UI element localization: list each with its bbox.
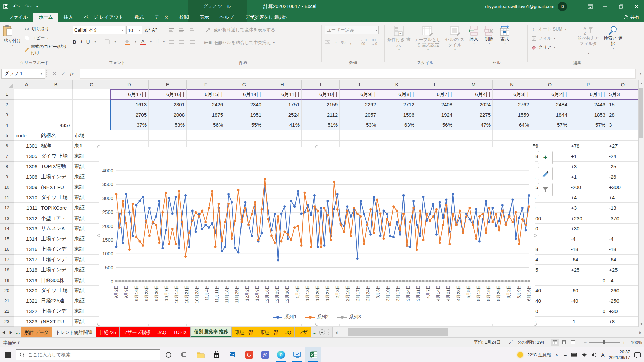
confirm-entry-icon[interactable]: ✓	[61, 71, 66, 77]
number-dialog-launcher[interactable]	[379, 61, 382, 65]
cell-N4[interactable]: 64%	[493, 120, 531, 131]
cell-K5[interactable]	[378, 130, 416, 141]
conditional-formatting-button[interactable]: ≠ 条件付き 書式▾	[387, 25, 411, 51]
cell-styles-button[interactable]: セルの スタイル▾	[444, 25, 465, 51]
cell-B2[interactable]	[39, 100, 73, 110]
font-dialog-launcher[interactable]	[159, 61, 163, 65]
formula-bar-expand-icon[interactable]: ▾	[637, 67, 644, 80]
save-icon[interactable]	[3, 4, 8, 9]
cell-N1[interactable]: 6月3日	[493, 89, 531, 100]
format-as-table-button[interactable]: テーブルとして 書式設定▾	[414, 25, 441, 51]
cell-P1[interactable]: 6月1日	[569, 89, 607, 100]
cell-O1[interactable]: 6月2日	[531, 89, 569, 100]
volume-icon[interactable]	[591, 353, 597, 357]
chart-styles-button[interactable]	[538, 167, 553, 180]
column-header-A[interactable]: A	[14, 80, 39, 89]
clock[interactable]: 20:37 2021/06/17	[609, 349, 630, 361]
cell-P19[interactable]: 0	[569, 275, 607, 286]
cell-B5[interactable]: 銘柄名	[39, 130, 73, 141]
horizontal-scrollbar[interactable]: ◀ ▶	[332, 327, 644, 337]
cell-Q11[interactable]: +4	[607, 192, 638, 203]
cell-G5[interactable]	[225, 130, 263, 141]
notification-center-icon[interactable]	[634, 352, 641, 357]
horizontal-scroll-thumb[interactable]	[348, 328, 448, 336]
select-all-corner[interactable]	[0, 80, 14, 89]
chart-handle-top-left[interactable]	[97, 145, 100, 148]
cell-A12[interactable]: 1311	[14, 203, 39, 213]
cell-C2[interactable]	[73, 100, 110, 110]
cell-H1[interactable]: 6月11日	[263, 89, 302, 100]
cell-I2[interactable]: 2159	[302, 100, 340, 110]
cell-J4[interactable]: 53%	[340, 120, 378, 131]
cell-K4[interactable]: 63%	[378, 120, 416, 131]
cell-N2[interactable]: 2762	[493, 100, 531, 110]
share-button[interactable]: 共有	[624, 13, 639, 22]
paste-button[interactable]: 貼り付け▾	[3, 25, 22, 47]
clipboard-dialog-launcher[interactable]	[63, 61, 67, 65]
cell-H3[interactable]: 2524	[263, 110, 302, 120]
page-layout-view-button[interactable]	[560, 339, 568, 346]
cell-A4[interactable]	[14, 120, 39, 131]
formula-input[interactable]	[80, 69, 636, 79]
tell-me-box[interactable]: 何をしますか	[252, 13, 287, 22]
scroll-up-icon[interactable]: ▲	[639, 80, 644, 86]
sheet-tab-トレンド統計関連[interactable]: トレンド統計関連	[52, 327, 96, 337]
cell-C3[interactable]	[73, 110, 110, 120]
namebox-dropdown-icon[interactable]: ▾	[41, 72, 42, 75]
customize-qat-icon[interactable]: ▾	[36, 4, 38, 9]
cell-E4[interactable]: 53%	[149, 120, 187, 131]
ribbon-tab-ヘルプ[interactable]: ヘルプ	[214, 13, 239, 22]
number-format-combo[interactable]: ユーザー定義▾	[325, 26, 379, 34]
chart-handle-top-right[interactable]	[534, 145, 537, 148]
cell-A5[interactable]: code	[14, 130, 39, 141]
cell-B9[interactable]: 上場インデ	[39, 172, 73, 182]
row-header-8[interactable]: 8	[0, 162, 14, 172]
fill-color-icon[interactable]	[124, 39, 130, 45]
cell-P9[interactable]: +1	[569, 172, 607, 182]
cell-D4[interactable]: 37%	[110, 120, 149, 131]
undo-icon[interactable]: ↶▾	[13, 3, 20, 10]
cell-M2[interactable]: 2024	[454, 100, 493, 110]
cell-O12[interactable]: 9	[531, 203, 569, 213]
cell-L3[interactable]: 1924	[416, 110, 454, 120]
file-explorer-icon[interactable]	[193, 347, 209, 362]
monitor-app-icon[interactable]	[289, 347, 305, 362]
cell-P16[interactable]: -18	[569, 244, 607, 255]
cell-O4[interactable]: 57%	[531, 120, 569, 131]
cell-B4[interactable]: 4357	[39, 120, 73, 131]
network-icon[interactable]	[582, 353, 587, 357]
row-header-15[interactable]: 15	[0, 234, 14, 244]
sheet-tab-日経225[interactable]: 日経225	[96, 327, 120, 337]
weather-icon[interactable]	[517, 352, 523, 358]
cell-A23[interactable]: 1323	[14, 317, 39, 327]
legend-item-系列2[interactable]: 系列2	[305, 314, 329, 320]
cell-Q14[interactable]	[607, 224, 638, 234]
sheet-tab-東証二部[interactable]: 東証二部	[257, 327, 282, 337]
cell-M5[interactable]	[454, 130, 493, 141]
account-info[interactable]: dryyourtearswithlove1@gmail.com D	[485, 0, 567, 13]
battery-icon[interactable]	[571, 353, 577, 357]
cell-P7[interactable]: +1	[569, 151, 607, 162]
new-sheet-button[interactable]: +	[318, 327, 326, 337]
column-header-M[interactable]: M	[454, 80, 493, 89]
clear-button[interactable]: クリア▾	[531, 44, 566, 50]
column-header-N[interactable]: N	[493, 80, 531, 89]
cell-A13[interactable]: 1312	[14, 213, 39, 224]
phonetic-icon[interactable]: ァ́	[156, 39, 159, 44]
zoom-in-icon[interactable]: +	[622, 340, 625, 345]
cell-Q10[interactable]: +300	[607, 182, 638, 193]
cell-B20[interactable]: ダイワ 上場	[39, 286, 73, 296]
cell-P4[interactable]: 57%	[569, 120, 607, 131]
cell-B19[interactable]: 日経300株	[39, 275, 73, 286]
cell-N3[interactable]: 1559	[493, 110, 531, 120]
cell-P6[interactable]: +78	[569, 141, 607, 151]
onedrive-icon[interactable]: ☁	[562, 352, 567, 357]
cell-J2[interactable]: 2292	[340, 100, 378, 110]
row-header-16[interactable]: 16	[0, 244, 14, 255]
hidden-tabs-left[interactable]: …	[15, 327, 21, 337]
scroll-down-icon[interactable]: ▼	[639, 321, 644, 327]
chart-legend[interactable]: 系列1系列2系列3	[99, 314, 535, 320]
minimize-button[interactable]	[598, 0, 613, 13]
comma-icon[interactable]: ,	[350, 39, 351, 45]
row-header-22[interactable]: 22	[0, 306, 14, 317]
